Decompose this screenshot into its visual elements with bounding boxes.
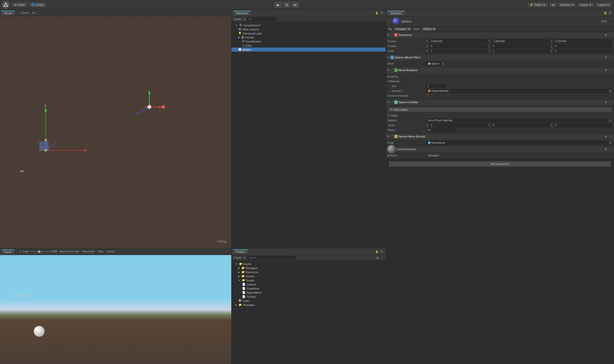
sphere-collider-checkbox[interactable] [391, 101, 393, 104]
project-search-input[interactable] [247, 256, 295, 260]
element0-picker-icon[interactable]: ⊙ [608, 89, 612, 93]
project-item-demigiant[interactable]: ▶ 📁 Demigiant [232, 266, 386, 270]
center-y-input[interactable] [492, 123, 550, 127]
hierarchy-item-eventsystem[interactable]: ⚙ EventSystem [232, 39, 386, 43]
project-item-camera[interactable]: 📄 Camera [232, 282, 386, 286]
mesh-renderer-checkbox[interactable] [391, 69, 393, 72]
project-item-txttest1[interactable]: 📄 TxtTest1 [232, 295, 386, 299]
project-item-resources[interactable]: ▶ 📁 Resources [232, 270, 386, 274]
materials-collapse[interactable]: ▼ [388, 80, 390, 82]
hierarchy-item-dirlight[interactable]: 💡 Directional Light [232, 31, 386, 35]
hierarchy-create-btn[interactable]: Create [233, 18, 242, 21]
material-picker-icon[interactable]: ⊙ [608, 118, 612, 122]
inspector-tab[interactable]: Inspector [388, 11, 405, 15]
project-create-dropdown[interactable]: ▼ [244, 257, 246, 259]
hierarchy-search-input[interactable] [247, 17, 276, 21]
size-input[interactable] [426, 84, 446, 88]
pos-x-input[interactable] [430, 39, 488, 43]
scene-gizmos-btn[interactable]: Gizmos [20, 12, 30, 14]
material-more-icon[interactable]: ⋮ [609, 147, 613, 151]
mesh-filter-header[interactable]: ▼ Sphere (Mesh Filter) ⚙ ⋮ [386, 54, 614, 60]
pos-y-input[interactable] [492, 39, 550, 43]
play-button[interactable]: ▶ [274, 1, 282, 8]
project-menu-icon[interactable]: ☰ [380, 250, 384, 254]
center-x-input[interactable] [430, 123, 488, 127]
default-material-header[interactable]: Default-Material ⚙ ⋮ [386, 146, 614, 152]
mesh-filter-edit-icon[interactable]: ⚙ [604, 55, 608, 59]
game-tab[interactable]: Game [1, 249, 14, 254]
sphere-move-header[interactable]: ▼ Sphere Move (Script) ⚙ ⋮ [386, 133, 614, 139]
dynamic-occluded-checkbox[interactable] [426, 94, 429, 97]
is-trigger-checkbox[interactable] [426, 114, 429, 117]
maximize-on-play-btn[interactable]: Maximize On Play [59, 250, 80, 253]
account-button[interactable]: Account ▼ [558, 2, 577, 7]
scene-tab[interactable]: Scene [1, 11, 15, 15]
sphere-collider-header[interactable]: ▼ Sphere Collider ⚙ ⋮ [386, 99, 614, 105]
rot-x-input[interactable] [430, 44, 488, 48]
hierarchy-item-maincamera[interactable]: 📷 Main Camera [232, 27, 386, 31]
mesh-picker-icon[interactable]: ⊙ [441, 62, 445, 65]
transform-global-btn[interactable]: 🌐 Global [29, 2, 46, 7]
edit-collider-btn[interactable]: ✏ Edit Collider [388, 107, 612, 112]
project-item-spheremove[interactable]: 📄 SphereMove [232, 290, 386, 295]
collab-button[interactable]: ⚡ Collab ▼ [527, 2, 548, 7]
script-picker-icon[interactable]: ⊙ [608, 141, 612, 145]
mesh-renderer-header[interactable]: ▼ Mesh Renderer ⚙ ⋮ [386, 67, 614, 73]
hierarchy-lock-icon[interactable]: 🔒 [375, 11, 379, 15]
step-button[interactable]: ⏭ [291, 1, 300, 8]
sphere-collider-edit-icon[interactable]: ⚙ [604, 100, 608, 104]
project-filter-icon[interactable]: ⋯ [380, 256, 384, 260]
sphere-move-more-icon[interactable]: ⋮ [609, 134, 613, 138]
mesh-filter-more-icon[interactable]: ⋮ [609, 55, 613, 59]
transform-header[interactable]: ▼ Transform ⚙ ⋮ [386, 32, 614, 38]
project-tab[interactable]: Project [234, 249, 248, 254]
sphere-collider-more-icon[interactable]: ⋮ [609, 100, 613, 104]
mesh-renderer-more-icon[interactable]: ⋮ [609, 68, 613, 72]
project-create-btn[interactable]: Create [233, 257, 242, 259]
hierarchy-menu-icon[interactable]: ☰ [380, 11, 384, 15]
project-item-assets[interactable]: ▼ 📁 Assets [232, 262, 386, 266]
pause-button[interactable]: ⏸ [283, 1, 291, 8]
hierarchy-item-scene[interactable]: ▼ 🎬 SampleScene* [232, 23, 386, 27]
transform-checkbox[interactable] [391, 34, 393, 36]
scene-all-btn[interactable]: All [31, 12, 36, 14]
element0-value[interactable]: Default-Material [426, 89, 608, 93]
material-settings-icon[interactable]: ⚙ [604, 147, 608, 151]
stats-btn[interactable]: Stats [97, 250, 105, 253]
inspector-menu-icon[interactable]: ☰ [608, 11, 612, 15]
sphere-move-checkbox[interactable] [391, 135, 393, 138]
scene-canvas[interactable]: y ✕ ☁ < P [0, 16, 231, 248]
transform-center-btn[interactable]: ⊕ Center [11, 2, 27, 7]
hierarchy-item-sphere[interactable]: ⚪ Sphere [232, 48, 386, 52]
scale-x-input[interactable] [430, 49, 488, 53]
mesh-renderer-edit-icon[interactable]: ⚙ [604, 68, 608, 72]
static-checkbox[interactable] [609, 20, 612, 23]
project-view-icon[interactable]: ⊞ [376, 256, 379, 260]
project-item-packages[interactable]: ▶ 📁 Packages [232, 303, 386, 307]
hierarchy-item-cube[interactable]: ◻ Cube [232, 43, 386, 48]
pos-z-input[interactable] [554, 39, 612, 43]
lighting-collapse[interactable]: ▶ [388, 75, 390, 78]
sphere-move-edit-icon[interactable]: ⚙ [604, 134, 608, 138]
game-gizmos-btn[interactable]: Gizmos [106, 250, 116, 253]
add-component-btn[interactable]: Add Component [389, 161, 611, 167]
center-z-input[interactable] [554, 123, 612, 127]
scale-y-input[interactable] [492, 49, 550, 53]
project-lock-icon[interactable]: 🔒 [375, 250, 379, 254]
object-name[interactable]: Sphere [401, 20, 599, 23]
layer-select[interactable]: Default [421, 27, 436, 31]
layers-button[interactable]: Layers ▼ [577, 2, 594, 7]
cloud-button[interactable]: ☁ [549, 2, 557, 7]
tag-select[interactable]: Untagged [393, 27, 411, 31]
project-item-scripts[interactable]: ▼ 📁 Scripts [232, 278, 386, 282]
rot-z-input[interactable] [554, 44, 612, 48]
mesh-value[interactable]: Sphere [426, 62, 441, 65]
hierarchy-item-canvas[interactable]: ▶ 🖼 Canvas [232, 35, 386, 39]
mute-audio-btn[interactable]: Mute Audio [81, 250, 95, 253]
project-item-cubemove[interactable]: 📄 CubeMove [232, 286, 386, 290]
material-value[interactable]: None (Physic Material) [426, 119, 608, 122]
script-value[interactable]: SphereMove [426, 141, 608, 145]
transform-more-icon[interactable]: ⋮ [609, 33, 613, 37]
rot-y-input[interactable] [492, 44, 550, 48]
material-expand[interactable]: ▶ [388, 154, 390, 157]
